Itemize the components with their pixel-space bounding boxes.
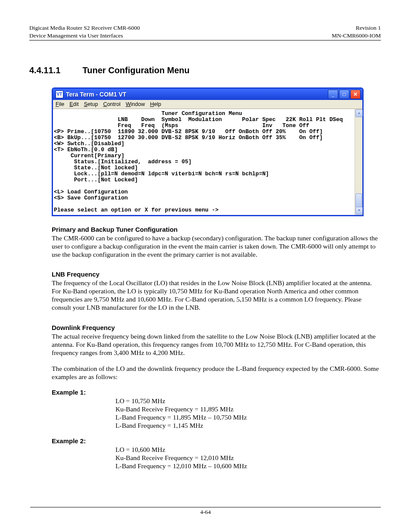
subhead-lnb: LNB Frequency xyxy=(52,271,381,278)
maximize-button[interactable]: □ xyxy=(339,90,349,99)
header-left-2: Device Management via User Interfaces xyxy=(29,32,123,40)
footer-divider xyxy=(30,507,381,507)
terminal-content[interactable]: Tuner Configuration Menu LNB Down Symbol… xyxy=(53,109,355,215)
text-downlink: The actual receive frequency being down … xyxy=(52,332,381,357)
ex1-line2: Ku-Band Receive Frequency = 11,895 MHz xyxy=(115,405,381,413)
scrollbar[interactable]: ▴ ▾ xyxy=(355,109,362,215)
ex2-line1: LO = 10,600 MHz xyxy=(115,445,381,454)
window-title: Tera Term - COM1 VT xyxy=(66,91,328,97)
ex2-line2: Ku-Band Receive Frequency = 12,010 MHz xyxy=(115,454,381,462)
example-1-body: LO = 10,750 MHz Ku-Band Receive Frequenc… xyxy=(115,397,381,429)
section-number: 4.4.11.1 xyxy=(29,65,80,75)
example-1-label: Example 1: xyxy=(52,389,381,396)
example-2-label: Example 2: xyxy=(52,437,381,445)
menu-control[interactable]: Control xyxy=(103,101,120,107)
header-right-2: MN-CMR6000-IOM xyxy=(332,32,381,40)
text-combo: The combination of the LO and the downli… xyxy=(52,364,381,381)
minimize-button[interactable]: _ xyxy=(328,90,338,99)
section-title-text: Tuner Configuration Menu xyxy=(83,65,190,75)
header-right-1: Revision 1 xyxy=(356,24,381,32)
text-lnb: The frequency of the Local Oscillator (L… xyxy=(52,279,381,311)
scroll-down-icon[interactable]: ▾ xyxy=(355,207,363,215)
menu-setup[interactable]: Setup xyxy=(84,101,98,107)
section-heading: 4.4.11.1 Tuner Configuration Menu xyxy=(29,65,381,75)
header-left-1: Digicast Media Router S2 Receiver CMR-60… xyxy=(29,24,140,32)
teraterm-window: VT Tera Term - COM1 VT _ □ ✕ File Edit S… xyxy=(52,87,364,216)
menu-window[interactable]: Window xyxy=(126,101,145,107)
subhead-primary: Primary and Backup Tuner Configuration xyxy=(52,226,381,233)
menu-edit[interactable]: Edit xyxy=(69,101,79,107)
ex1-line1: LO = 10,750 MHz xyxy=(115,397,381,405)
menubar: File Edit Setup Control Window Help xyxy=(53,100,362,109)
example-2-body: LO = 10,600 MHz Ku-Band Receive Frequenc… xyxy=(115,445,381,470)
page-number: 4-64 xyxy=(30,509,381,516)
menu-help[interactable]: Help xyxy=(150,101,161,107)
close-button[interactable]: ✕ xyxy=(350,90,361,99)
ex2-line3: L-Band Frequency = 12,010 MHz – 10,600 M… xyxy=(115,462,381,470)
scroll-thumb[interactable] xyxy=(355,193,362,207)
header-divider xyxy=(29,40,381,40)
app-icon: VT xyxy=(56,90,63,98)
text-primary: The CMR-6000 can be configured to have a… xyxy=(52,234,381,258)
scroll-up-icon[interactable]: ▴ xyxy=(355,109,363,117)
ex1-line3: L-Band Frequency = 11,895 MHz – 10,750 M… xyxy=(115,413,381,421)
ex1-line4: L-Band Frequency = 1,145 MHz xyxy=(115,421,381,429)
subhead-downlink: Downlink Frequency xyxy=(52,324,381,331)
menu-file[interactable]: File xyxy=(56,101,64,107)
titlebar[interactable]: VT Tera Term - COM1 VT _ □ ✕ xyxy=(53,89,362,100)
